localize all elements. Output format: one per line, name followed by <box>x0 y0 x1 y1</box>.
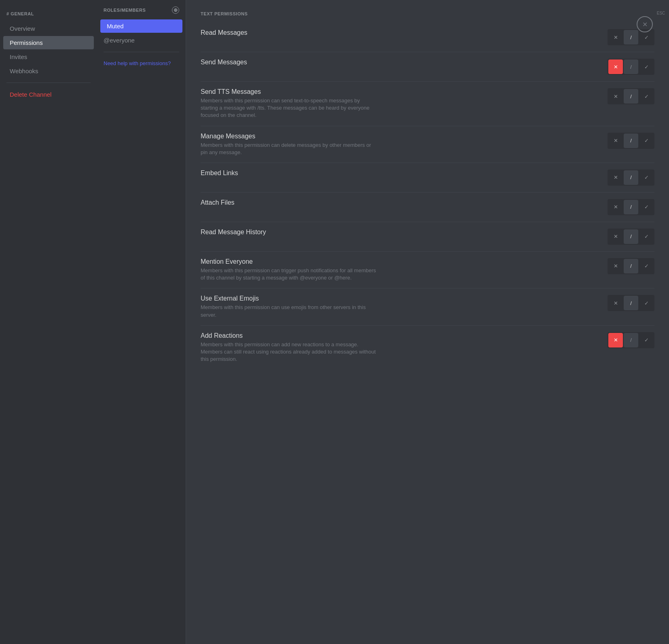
perm-deny-send-messages[interactable]: ✕ <box>608 59 623 74</box>
roles-header: Roles/Members ⊕ <box>97 6 186 19</box>
perm-deny-use-external-emojis[interactable]: ✕ <box>608 296 623 310</box>
sidebar: # General Overview Permissions Invites W… <box>0 0 97 644</box>
perm-neutral-use-external-emojis[interactable]: / <box>624 296 638 310</box>
roles-header-label: Roles/Members <box>104 8 146 13</box>
perm-btn-group-mention-everyone: ✕/✓ <box>608 258 654 274</box>
permission-info-mention-everyone: Mention EveryoneMembers with this permis… <box>201 258 608 282</box>
permission-name-add-reactions: Add Reactions <box>201 332 599 339</box>
perm-neutral-send-messages[interactable]: / <box>624 59 638 74</box>
perm-neutral-read-messages[interactable]: / <box>624 30 638 44</box>
permission-row-read-messages: Read Messages✕/✓ <box>201 23 654 52</box>
perm-deny-read-messages[interactable]: ✕ <box>608 30 623 44</box>
perm-deny-manage-messages[interactable]: ✕ <box>608 133 623 148</box>
perm-neutral-read-message-history[interactable]: / <box>624 229 638 244</box>
permission-row-attach-files: Attach Files✕/✓ <box>201 193 654 222</box>
section-title: Text Permissions <box>201 11 654 16</box>
permission-info-use-external-emojis: Use External EmojisMembers with this per… <box>201 295 608 318</box>
permission-controls-read-message-history: ✕/✓ <box>608 229 654 245</box>
roles-divider <box>104 52 179 52</box>
permission-controls-add-reactions: ✕/✓ <box>608 332 654 348</box>
perm-neutral-mention-everyone[interactable]: / <box>624 259 638 273</box>
permission-controls-send-tts-messages: ✕/✓ <box>608 88 654 104</box>
sidebar-item-permissions[interactable]: Permissions <box>3 36 94 49</box>
permission-row-send-messages: Send Messages✕/✓ <box>201 52 654 82</box>
perm-deny-attach-files[interactable]: ✕ <box>608 200 623 214</box>
sidebar-item-invites[interactable]: Invites <box>3 50 94 64</box>
permission-row-add-reactions: Add ReactionsMembers with this permissio… <box>201 326 654 370</box>
permission-info-read-messages: Read Messages <box>201 29 608 38</box>
permission-name-read-message-history: Read Message History <box>201 229 599 236</box>
need-help-link[interactable]: Need help with permissions? <box>97 57 186 70</box>
perm-allow-mention-everyone[interactable]: ✓ <box>639 259 654 273</box>
role-member-everyone[interactable]: @everyone <box>97 34 186 47</box>
sidebar-divider <box>6 83 91 83</box>
permission-info-send-messages: Send Messages <box>201 59 608 68</box>
permission-desc-mention-everyone: Members with this permission can trigger… <box>201 267 379 282</box>
perm-allow-manage-messages[interactable]: ✓ <box>639 133 654 148</box>
perm-allow-send-tts-messages[interactable]: ✓ <box>639 89 654 104</box>
sidebar-item-webhooks[interactable]: Webhooks <box>3 64 94 78</box>
sidebar-item-overview[interactable]: Overview <box>3 22 94 35</box>
close-icon: ✕ <box>642 21 648 28</box>
permission-row-use-external-emojis: Use External EmojisMembers with this per… <box>201 288 654 325</box>
perm-deny-send-tts-messages[interactable]: ✕ <box>608 89 623 104</box>
perm-allow-send-messages[interactable]: ✓ <box>639 59 654 74</box>
permission-name-use-external-emojis: Use External Emojis <box>201 295 599 302</box>
roles-panel: Roles/Members ⊕ Muted @everyone Need hel… <box>97 0 186 644</box>
perm-btn-group-attach-files: ✕/✓ <box>608 199 654 215</box>
perm-allow-read-message-history[interactable]: ✓ <box>639 229 654 244</box>
perm-btn-group-embed-links: ✕/✓ <box>608 169 654 186</box>
role-item-muted[interactable]: Muted <box>100 19 182 33</box>
permission-desc-send-tts-messages: Members with this permission can send te… <box>201 97 379 119</box>
close-label: ESC <box>657 11 665 15</box>
perm-deny-mention-everyone[interactable]: ✕ <box>608 259 623 273</box>
perm-allow-embed-links[interactable]: ✓ <box>639 170 654 185</box>
permission-desc-use-external-emojis: Members with this permission can use emo… <box>201 304 379 318</box>
permission-name-manage-messages: Manage Messages <box>201 133 599 140</box>
permission-row-embed-links: Embed Links✕/✓ <box>201 163 654 193</box>
permission-controls-attach-files: ✕/✓ <box>608 199 654 215</box>
permission-row-read-message-history: Read Message History✕/✓ <box>201 222 654 252</box>
perm-allow-attach-files[interactable]: ✓ <box>639 200 654 214</box>
permission-row-send-tts-messages: Send TTS MessagesMembers with this permi… <box>201 82 654 126</box>
permission-controls-mention-everyone: ✕/✓ <box>608 258 654 274</box>
permission-name-send-messages: Send Messages <box>201 59 599 66</box>
sidebar-item-delete-channel[interactable]: Delete Channel <box>3 88 94 101</box>
permission-name-read-messages: Read Messages <box>201 29 599 36</box>
permissions-list: Read Messages✕/✓Send Messages✕/✓Send TTS… <box>201 23 654 369</box>
permission-controls-embed-links: ✕/✓ <box>608 169 654 186</box>
perm-btn-group-add-reactions: ✕/✓ <box>608 332 654 348</box>
permission-controls-manage-messages: ✕/✓ <box>608 133 654 149</box>
permission-desc-add-reactions: Members with this permission can add new… <box>201 341 379 363</box>
perm-btn-group-read-message-history: ✕/✓ <box>608 229 654 245</box>
permission-info-embed-links: Embed Links <box>201 169 608 178</box>
add-role-icon[interactable]: ⊕ <box>172 6 179 14</box>
perm-allow-use-external-emojis[interactable]: ✓ <box>639 296 654 310</box>
permission-row-mention-everyone: Mention EveryoneMembers with this permis… <box>201 252 654 288</box>
permission-controls-use-external-emojis: ✕/✓ <box>608 295 654 311</box>
permission-controls-send-messages: ✕/✓ <box>608 59 654 75</box>
permission-info-send-tts-messages: Send TTS MessagesMembers with this permi… <box>201 88 608 119</box>
permission-desc-manage-messages: Members with this permission can delete … <box>201 142 379 156</box>
perm-neutral-manage-messages[interactable]: / <box>624 133 638 148</box>
permission-info-manage-messages: Manage MessagesMembers with this permiss… <box>201 133 608 156</box>
perm-btn-group-send-tts-messages: ✕/✓ <box>608 88 654 104</box>
perm-neutral-attach-files[interactable]: / <box>624 200 638 214</box>
perm-deny-add-reactions[interactable]: ✕ <box>608 333 623 347</box>
channel-header: # General <box>0 8 97 21</box>
perm-neutral-add-reactions[interactable]: / <box>624 333 638 347</box>
perm-deny-embed-links[interactable]: ✕ <box>608 170 623 185</box>
perm-neutral-embed-links[interactable]: / <box>624 170 638 185</box>
perm-deny-read-message-history[interactable]: ✕ <box>608 229 623 244</box>
close-button[interactable]: ✕ <box>637 16 653 32</box>
main-content: ✕ ESC Text Permissions Read Messages✕/✓S… <box>186 0 669 644</box>
perm-btn-group-manage-messages: ✕/✓ <box>608 133 654 149</box>
permission-info-read-message-history: Read Message History <box>201 229 608 237</box>
permission-name-attach-files: Attach Files <box>201 199 599 206</box>
permission-info-add-reactions: Add ReactionsMembers with this permissio… <box>201 332 608 363</box>
perm-btn-group-use-external-emojis: ✕/✓ <box>608 295 654 311</box>
perm-allow-add-reactions[interactable]: ✓ <box>639 333 654 347</box>
permission-name-send-tts-messages: Send TTS Messages <box>201 88 599 95</box>
permission-row-manage-messages: Manage MessagesMembers with this permiss… <box>201 126 654 163</box>
perm-neutral-send-tts-messages[interactable]: / <box>624 89 638 104</box>
